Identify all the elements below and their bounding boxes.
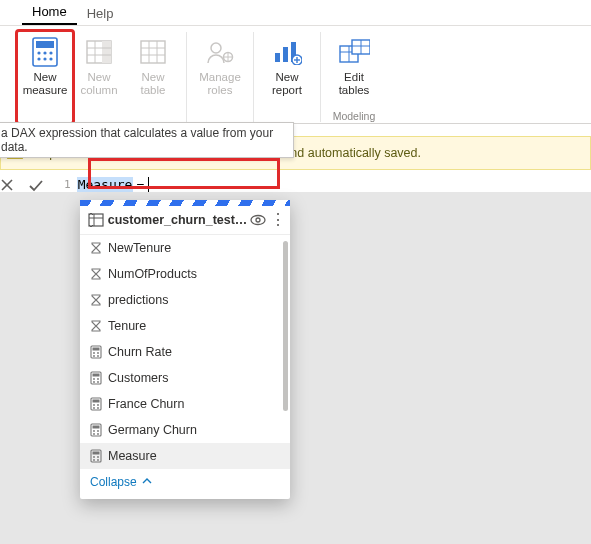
svg-rect-50	[93, 374, 100, 377]
tab-help[interactable]: Help	[77, 3, 124, 25]
formula-lineno: 1	[56, 178, 77, 191]
svg-rect-1	[36, 41, 54, 48]
svg-point-48	[97, 355, 99, 357]
visibility-toggle[interactable]	[250, 214, 270, 226]
ribbon: Newmeasure Newcolumn Newtable Managerole…	[0, 26, 591, 124]
sigma-icon	[90, 268, 108, 280]
svg-point-70	[97, 456, 99, 458]
svg-point-4	[49, 51, 52, 54]
measure-icon	[90, 397, 108, 411]
measure-icon	[90, 371, 108, 385]
field-item[interactable]: Germany Churn	[80, 417, 290, 443]
svg-rect-38	[89, 214, 103, 226]
svg-point-2	[37, 51, 40, 54]
svg-point-42	[256, 218, 260, 222]
tab-home[interactable]: Home	[22, 1, 77, 25]
field-item[interactable]: NewTenure	[80, 235, 290, 261]
new-measure-button[interactable]: Newmeasure	[18, 32, 72, 122]
field-label: Customers	[108, 371, 168, 385]
svg-point-63	[93, 430, 95, 432]
field-label: predictions	[108, 293, 168, 307]
field-item[interactable]: Customers	[80, 365, 290, 391]
measure-icon	[90, 449, 108, 463]
svg-point-58	[97, 404, 99, 406]
field-item[interactable]: NumOfProducts	[80, 261, 290, 287]
measure-icon	[90, 345, 108, 359]
field-label: Churn Rate	[108, 345, 172, 359]
sigma-icon	[90, 294, 108, 306]
formula-commit-button[interactable]	[28, 178, 56, 192]
svg-point-5	[37, 57, 40, 60]
svg-point-46	[97, 352, 99, 354]
sigma-icon	[90, 242, 108, 254]
svg-rect-68	[93, 452, 100, 455]
svg-point-51	[93, 378, 95, 380]
field-item[interactable]: Measure	[80, 443, 290, 469]
field-label: Germany Churn	[108, 423, 197, 437]
new-report-button[interactable]: Newreport	[260, 32, 314, 122]
svg-point-64	[97, 430, 99, 432]
svg-rect-23	[283, 47, 288, 62]
svg-point-54	[97, 381, 99, 383]
field-item[interactable]: Churn Rate	[80, 339, 290, 365]
more-options-button[interactable]: ⋮	[270, 214, 286, 226]
svg-point-3	[43, 51, 46, 54]
new-column-button: Newcolumn	[72, 32, 126, 122]
edit-tables-icon	[338, 36, 370, 68]
field-item[interactable]: Tenure	[80, 313, 290, 339]
field-label: France Churn	[108, 397, 184, 411]
scrollbar-thumb[interactable]	[283, 241, 288, 411]
svg-point-52	[97, 378, 99, 380]
svg-rect-62	[93, 426, 100, 429]
popup-title: customer_churn_test_...	[108, 213, 251, 227]
table-icon	[137, 36, 169, 68]
svg-rect-22	[275, 53, 280, 62]
svg-point-57	[93, 404, 95, 406]
sigma-icon	[90, 320, 108, 332]
model-canvas[interactable]: customer_churn_test_... ⋮ NewTenureNumOf…	[0, 192, 591, 544]
field-item[interactable]: France Churn	[80, 391, 290, 417]
svg-rect-9	[102, 41, 111, 63]
svg-point-53	[93, 381, 95, 383]
field-label: Measure	[108, 449, 157, 463]
tooltip: a DAX expression that calculates a value…	[0, 122, 294, 158]
svg-point-45	[93, 352, 95, 354]
svg-point-66	[97, 433, 99, 435]
svg-point-69	[93, 456, 95, 458]
svg-point-7	[49, 57, 52, 60]
svg-point-6	[43, 57, 46, 60]
ribbon-group-label: Modeling	[327, 110, 381, 122]
manage-roles-button: Manageroles	[193, 32, 247, 122]
svg-point-71	[93, 459, 95, 461]
svg-point-41	[251, 216, 265, 225]
collapse-link[interactable]: Collapse	[80, 469, 290, 499]
measure-icon	[90, 423, 108, 437]
svg-rect-56	[93, 400, 100, 403]
svg-point-47	[93, 355, 95, 357]
svg-point-72	[97, 459, 99, 461]
new-table-button: Newtable	[126, 32, 180, 122]
svg-rect-44	[93, 348, 100, 351]
edit-tables-button[interactable]: Edittables	[327, 32, 381, 122]
fields-popup: customer_churn_test_... ⋮ NewTenureNumOf…	[80, 200, 290, 499]
svg-rect-13	[141, 41, 165, 63]
table-icon	[88, 212, 108, 228]
field-label: NewTenure	[108, 241, 171, 255]
svg-point-65	[93, 433, 95, 435]
calculator-icon	[29, 36, 61, 68]
svg-point-59	[93, 407, 95, 409]
svg-point-18	[211, 43, 221, 53]
fields-list: NewTenureNumOfProductspredictionsTenureC…	[80, 235, 290, 469]
text-cursor	[148, 177, 149, 193]
bar-chart-icon	[271, 36, 303, 68]
formula-selected-word: Measure	[77, 177, 134, 192]
field-label: Tenure	[108, 319, 146, 333]
roles-icon	[204, 36, 236, 68]
column-icon	[83, 36, 115, 68]
field-item[interactable]: predictions	[80, 287, 290, 313]
svg-point-60	[97, 407, 99, 409]
formula-cancel-button[interactable]	[0, 178, 28, 192]
field-label: NumOfProducts	[108, 267, 197, 281]
